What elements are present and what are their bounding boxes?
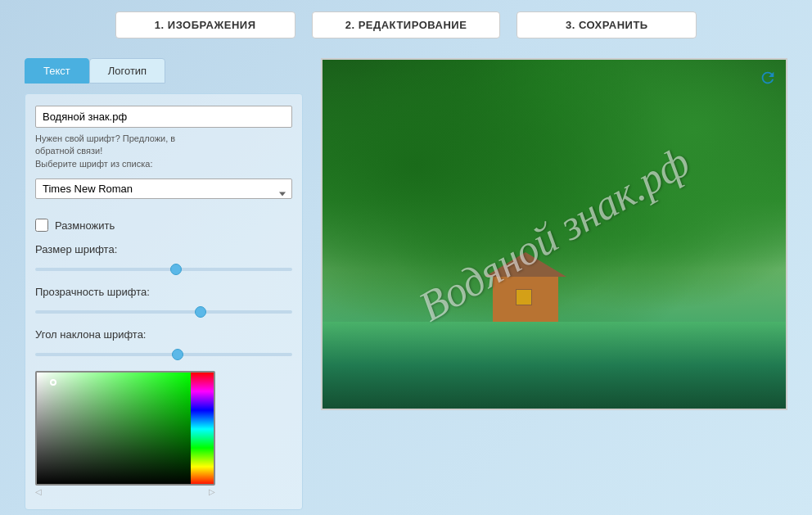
multiply-checkbox[interactable] (35, 219, 48, 232)
image-preview: Водяной знак.рф (321, 58, 787, 410)
refresh-button[interactable] (756, 66, 779, 89)
angle-section: Угол наклона шрифта: (35, 328, 292, 359)
opacity-label: Прозрачность шрифта: (35, 286, 292, 298)
step2-button[interactable]: 2. РЕДАКТИРОВАНИЕ (312, 11, 501, 38)
font-size-slider[interactable] (35, 268, 292, 271)
right-panel: Водяной знак.рф (319, 58, 787, 510)
font-select[interactable]: Times New Roman Arial Verdana Georgia Co… (35, 178, 292, 199)
water-reflection (323, 322, 786, 409)
left-panel: Текст Логотип Нужен свой шрифт? Предложи… (25, 58, 303, 510)
font-size-label: Размер шрифта: (35, 243, 292, 255)
color-gradient-area[interactable] (37, 373, 191, 486)
color-picker[interactable] (35, 371, 215, 486)
watermark-text-input[interactable] (35, 106, 292, 128)
right-arrow-icon: ▷ (209, 487, 215, 496)
step1-button[interactable]: 1. ИЗОБРАЖЕНИЯ (115, 11, 295, 38)
opacity-slider[interactable] (35, 310, 292, 314)
house-illustration (485, 256, 566, 322)
step3-button[interactable]: 3. СОХРАНИТЬ (517, 11, 697, 38)
main-content: Текст Логотип Нужен свой шрифт? Предложи… (0, 50, 812, 515)
font-size-section: Размер шрифта: (35, 243, 292, 274)
opacity-section: Прозрачность шрифта: (35, 286, 292, 317)
top-navigation: 1. ИЗОБРАЖЕНИЯ 2. РЕДАКТИРОВАНИЕ 3. СОХР… (0, 0, 812, 50)
color-hue-bar[interactable] (191, 373, 214, 486)
font-hint: Нужен свой шрифт? Предложи, в обратной с… (35, 133, 292, 170)
multiply-row: Размножить (35, 219, 292, 232)
panel-content: Нужен свой шрифт? Предложи, в обратной с… (25, 93, 303, 510)
multiply-label[interactable]: Размножить (55, 219, 115, 232)
tab-text[interactable]: Текст (25, 58, 89, 84)
angle-slider[interactable] (35, 353, 292, 356)
tab-logo[interactable]: Логотип (89, 58, 165, 84)
color-arrows: ◁ ▷ (35, 486, 215, 498)
house-window (516, 289, 532, 305)
house-roof (485, 252, 566, 277)
forest-background (323, 60, 786, 409)
house-body (493, 277, 558, 322)
tab-bar: Текст Логотип (25, 58, 303, 84)
angle-label: Угол наклона шрифта: (35, 328, 292, 341)
font-select-wrapper: Times New Roman Arial Verdana Georgia Co… (35, 178, 292, 209)
refresh-icon (759, 69, 777, 87)
color-picker-section: ◁ ▷ (35, 371, 292, 498)
left-arrow-icon: ◁ (35, 487, 42, 496)
